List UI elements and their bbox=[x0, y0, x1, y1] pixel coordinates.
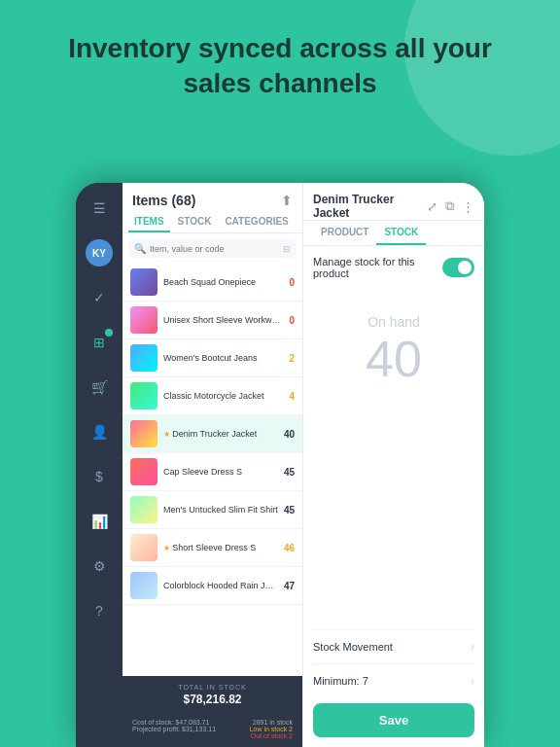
chevron-right-icon: › bbox=[471, 640, 474, 654]
sidebar-avatar[interactable]: KY bbox=[86, 239, 113, 267]
item-info: Unisex Short Sleeve Workwear... bbox=[163, 315, 283, 325]
item-name: Classic Motorcycle Jacket bbox=[163, 391, 283, 401]
detail-body: Manage stock for this product On hand 40 bbox=[303, 246, 484, 629]
item-name: Beach Squad Onepiece bbox=[163, 277, 283, 287]
list-item[interactable]: Unisex Short Sleeve Workwear... 0 bbox=[122, 302, 302, 339]
item-name: Denim Trucker Jacket bbox=[163, 429, 278, 439]
search-input[interactable] bbox=[150, 244, 279, 254]
copy-icon[interactable]: ⧉ bbox=[445, 198, 454, 214]
list-item[interactable]: Classic Motorcycle Jacket 4 bbox=[122, 377, 302, 415]
list-item[interactable]: Denim Trucker Jacket 40 bbox=[122, 415, 302, 453]
manage-stock-row: Manage stock for this product bbox=[313, 256, 474, 279]
low-stock-count: Low in stock 2 bbox=[250, 726, 293, 732]
sidebar-dollar-icon[interactable]: $ bbox=[86, 463, 113, 490]
tab-categories[interactable]: CATEGORIES bbox=[219, 212, 294, 232]
chevron-right-icon: › bbox=[471, 674, 474, 688]
item-thumbnail bbox=[130, 382, 158, 409]
item-thumbnail bbox=[130, 458, 158, 485]
sidebar-grid-icon[interactable]: ⊞ bbox=[86, 329, 113, 356]
item-info: Classic Motorcycle Jacket bbox=[163, 391, 283, 401]
more-icon[interactable]: ⋮ bbox=[462, 199, 474, 214]
list-item[interactable]: Beach Squad Onepiece 0 bbox=[122, 264, 302, 302]
item-thumbnail bbox=[130, 534, 158, 561]
sidebar-settings-icon[interactable]: ⚙ bbox=[86, 552, 113, 580]
item-info: Cap Sleeve Dress S bbox=[163, 467, 278, 477]
item-thumbnail bbox=[130, 572, 158, 599]
out-of-stock-count: Out of stock 2 bbox=[250, 732, 293, 739]
detail-header-icons: ⤢ ⧉ ⋮ bbox=[427, 198, 474, 214]
items-tabs: ITEMS STOCK CATEGORIES bbox=[122, 208, 302, 233]
summary-left: Cost of stock: $47,083.71 Projected prof… bbox=[132, 719, 216, 739]
sidebar-check-icon[interactable]: ✓ bbox=[86, 284, 113, 311]
detail-footer: Stock Movement › Minimum: 7 › Save bbox=[303, 629, 484, 747]
profit-label: Projected profit: $31,133.11 bbox=[132, 726, 216, 732]
item-stock: 46 bbox=[284, 543, 295, 553]
items-title: Items (68) bbox=[132, 193, 195, 208]
item-name: Cap Sleeve Dress S bbox=[163, 467, 278, 477]
item-thumbnail bbox=[130, 344, 158, 372]
item-name: Colorblock Hooded Rain Jacket bbox=[163, 581, 278, 590]
tab-stock-detail[interactable]: STOCK bbox=[376, 221, 426, 245]
manage-stock-toggle[interactable] bbox=[442, 258, 474, 277]
hero-title: Inventory synced across all your sales c… bbox=[0, 0, 560, 122]
tab-items[interactable]: ITEMS bbox=[128, 212, 170, 232]
phone-mockup: ☰ KY ✓ ⊞ 🛒 👤 $ 📊 ⚙ ? Items (68) ⬆ ITEMS … bbox=[76, 183, 484, 747]
items-panel: Items (68) ⬆ ITEMS STOCK CATEGORIES 🔍 ⊟ … bbox=[122, 183, 303, 747]
share-icon[interactable]: ⬆ bbox=[281, 193, 293, 208]
detail-tabs: PRODUCT STOCK bbox=[303, 221, 484, 246]
search-icon: 🔍 bbox=[134, 243, 146, 254]
item-name: Women's Bootcut Jeans bbox=[163, 353, 283, 363]
detail-product-title: Denim Trucker Jacket bbox=[313, 193, 427, 220]
on-hand-label: On hand bbox=[313, 314, 474, 330]
search-bar: 🔍 ⊟ bbox=[128, 239, 297, 258]
stock-movement-row[interactable]: Stock Movement › bbox=[313, 629, 474, 663]
on-hand-section: On hand 40 bbox=[313, 295, 474, 408]
list-item[interactable]: Short Sleeve Dress S 46 bbox=[122, 529, 302, 567]
item-stock: 0 bbox=[289, 315, 295, 326]
item-info: Colorblock Hooded Rain Jacket bbox=[163, 581, 278, 590]
save-button[interactable]: Save bbox=[313, 703, 474, 737]
item-info: Beach Squad Onepiece bbox=[163, 277, 283, 287]
item-stock: 2 bbox=[289, 353, 295, 364]
detail-panel: Denim Trucker Jacket ⤢ ⧉ ⋮ PRODUCT STOCK… bbox=[303, 183, 484, 747]
minimum-row[interactable]: Minimum: 7 › bbox=[313, 663, 474, 697]
item-stock: 45 bbox=[284, 505, 295, 516]
items-header: Items (68) ⬆ bbox=[122, 183, 302, 208]
summary-details: Cost of stock: $47,083.71 Projected prof… bbox=[132, 719, 293, 739]
tab-stock[interactable]: STOCK bbox=[172, 212, 218, 232]
cost-label: Cost of stock: $47,083.71 bbox=[132, 719, 216, 726]
item-thumbnail bbox=[130, 420, 158, 447]
item-stock: 4 bbox=[289, 391, 295, 402]
main-content: Items (68) ⬆ ITEMS STOCK CATEGORIES 🔍 ⊟ … bbox=[122, 183, 484, 747]
item-stock: 45 bbox=[284, 467, 295, 478]
filter-icon[interactable]: ⊟ bbox=[283, 244, 291, 254]
share-icon[interactable]: ⤢ bbox=[427, 199, 438, 214]
list-item[interactable]: Cap Sleeve Dress S 45 bbox=[122, 453, 302, 491]
item-thumbnail bbox=[130, 496, 158, 523]
sidebar-help-icon[interactable]: ? bbox=[86, 597, 113, 624]
list-item[interactable]: Women's Bootcut Jeans 2 bbox=[122, 339, 302, 377]
item-name: Men's Untucked Slim Fit Shirt bbox=[163, 505, 278, 515]
minimum-label: Minimum: 7 bbox=[313, 675, 368, 687]
sidebar-chart-icon[interactable]: 📊 bbox=[86, 508, 113, 535]
sidebar-menu-icon[interactable]: ☰ bbox=[86, 195, 113, 222]
item-info: Women's Bootcut Jeans bbox=[163, 353, 283, 363]
on-hand-value: 40 bbox=[313, 334, 474, 384]
item-thumbnail bbox=[130, 306, 158, 334]
item-stock: 47 bbox=[284, 581, 295, 591]
summary-amount: $78,216.82 bbox=[132, 693, 293, 715]
in-stock-count: 2891 in stock bbox=[250, 719, 293, 726]
summary-label: TOTAL IN STOCK bbox=[132, 684, 293, 691]
summary-right: 2891 in stock Low in stock 2 Out of stoc… bbox=[250, 719, 293, 739]
summary-bar: TOTAL IN STOCK $78,216.82 Cost of stock:… bbox=[122, 676, 302, 747]
item-name: Unisex Short Sleeve Workwear... bbox=[163, 315, 283, 325]
list-item[interactable]: Men's Untucked Slim Fit Shirt 45 bbox=[122, 491, 302, 529]
item-thumbnail bbox=[130, 268, 158, 296]
item-info: Denim Trucker Jacket bbox=[163, 429, 278, 439]
sidebar-user-icon[interactable]: 👤 bbox=[86, 418, 113, 445]
list-item[interactable]: Colorblock Hooded Rain Jacket 47 bbox=[122, 567, 302, 605]
sidebar-cart-icon[interactable]: 🛒 bbox=[86, 374, 113, 401]
stock-movement-label: Stock Movement bbox=[313, 641, 393, 653]
tab-product[interactable]: PRODUCT bbox=[313, 221, 376, 245]
item-info: Short Sleeve Dress S bbox=[163, 543, 278, 552]
